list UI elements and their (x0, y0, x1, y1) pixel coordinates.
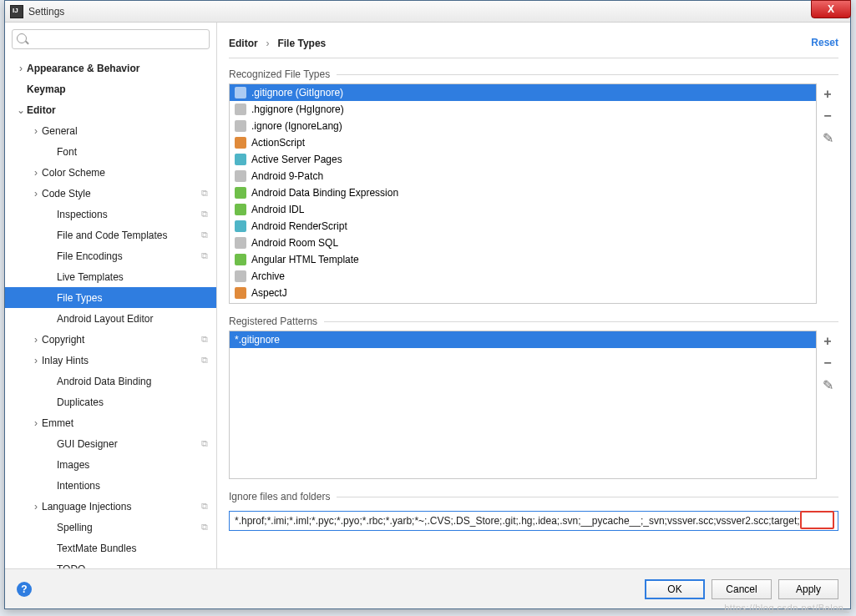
file-type-item[interactable]: ActionScript (230, 134, 816, 151)
close-button[interactable]: X (811, 0, 851, 18)
ok-button[interactable]: OK (645, 579, 705, 599)
add-file-type-button[interactable] (818, 85, 837, 104)
tree-label: Duplicates (57, 396, 104, 408)
tree-node[interactable]: ›General (5, 120, 216, 141)
tree-label: Language Injections (42, 501, 131, 512)
reset-link[interactable]: Reset (811, 37, 838, 48)
file-type-label: Archive (251, 270, 285, 282)
tree-label: Spelling (57, 522, 93, 533)
chevron-icon: › (32, 188, 40, 199)
file-type-icon (235, 137, 246, 149)
settings-tree[interactable]: ›Appearance & BehaviorKeymap⌄Editor›Gene… (5, 56, 216, 568)
tree-label: GUI Designer (57, 438, 118, 450)
tree-node[interactable]: ›Language Injections⧉ (5, 496, 216, 517)
file-type-icon (235, 154, 246, 165)
edit-pattern-button[interactable] (818, 376, 837, 394)
file-type-icon (235, 220, 246, 232)
file-type-item[interactable]: .gitignore (GitIgnore) (230, 84, 816, 101)
file-type-item[interactable]: .hgignore (HgIgnore) (230, 101, 816, 118)
file-type-icon (235, 270, 246, 282)
tree-label: Font (57, 146, 77, 158)
tree-node[interactable]: Inspections⧉ (5, 204, 216, 225)
chevron-icon: › (32, 417, 40, 429)
search-wrap (5, 23, 216, 56)
patterns-list[interactable]: *.gitignore (229, 331, 817, 479)
app-icon (10, 5, 23, 18)
tree-node[interactable]: ›Emmet (5, 412, 216, 433)
file-type-icon (235, 287, 246, 299)
tree-node[interactable]: Spelling⧉ (5, 517, 216, 538)
scope-icon: ⧉ (201, 209, 208, 220)
tree-label: Intentions (57, 480, 100, 492)
tree-label: Copyright (42, 334, 84, 346)
tree-node[interactable]: File and Code Templates⧉ (5, 225, 216, 245)
tree-node[interactable]: ›Color Scheme (5, 162, 216, 183)
help-button[interactable]: ? (17, 582, 32, 597)
tree-node[interactable]: ›Inlay Hints⧉ (5, 350, 216, 371)
cancel-button[interactable]: Cancel (712, 579, 772, 599)
file-type-item[interactable]: Android Data Binding Expression (230, 184, 816, 201)
file-type-label: Angular HTML Template (251, 254, 359, 265)
tree-label: Code Style (42, 188, 91, 199)
main-panel: Editor › File Types Reset Recognized Fil… (217, 23, 850, 568)
file-type-label: Android RenderScript (251, 220, 347, 232)
file-type-item[interactable]: .ignore (IgnoreLang) (230, 118, 816, 134)
pattern-label: *.gitignore (235, 334, 280, 346)
file-type-icon (235, 187, 246, 199)
button-bar: OK Cancel Apply (645, 579, 838, 599)
search-input[interactable] (12, 29, 210, 49)
file-types-row: .gitignore (GitIgnore).hgignore (HgIgnor… (229, 83, 838, 304)
file-type-label: Android 9-Patch (251, 170, 323, 182)
tree-label: Keymap (27, 83, 66, 95)
add-pattern-button[interactable] (818, 332, 837, 351)
file-type-item[interactable]: Archive (230, 268, 816, 285)
file-type-label: Android IDL (251, 204, 304, 215)
file-type-item[interactable]: Angular HTML Template (230, 251, 816, 268)
remove-file-type-button[interactable] (818, 107, 837, 125)
file-type-label: AspectJ (251, 287, 287, 299)
chevron-icon: › (32, 167, 40, 179)
file-type-item[interactable]: Android IDL (230, 201, 816, 218)
file-type-icon (235, 87, 246, 98)
file-type-item[interactable]: AspectJ (230, 285, 816, 301)
file-type-label: Android Data Binding Expression (251, 187, 398, 199)
pattern-item[interactable]: *.gitignore (230, 331, 816, 348)
tree-node[interactable]: Keymap (5, 78, 216, 99)
tree-node[interactable]: ›Copyright⧉ (5, 329, 216, 350)
file-type-icon (235, 237, 246, 249)
tree-label: Appearance & Behavior (27, 63, 139, 74)
tree-node[interactable]: GUI Designer⧉ (5, 433, 216, 454)
tree-node[interactable]: TODO (5, 558, 216, 568)
patterns-tools (817, 331, 838, 479)
file-type-item[interactable]: Android 9-Patch (230, 168, 816, 184)
tree-label: Images (57, 459, 89, 471)
ignore-files-input[interactable] (229, 511, 838, 531)
scope-icon: ⧉ (201, 250, 208, 261)
tree-node[interactable]: ›Appearance & Behavior (5, 58, 216, 78)
tree-node[interactable]: ⌄Editor (5, 99, 216, 120)
breadcrumb-row: Editor › File Types Reset (229, 31, 838, 54)
tree-node[interactable]: Intentions (5, 475, 216, 496)
file-type-item[interactable]: Active Server Pages (230, 151, 816, 168)
tree-label: File and Code Templates (57, 230, 168, 241)
ignore-wrap (229, 511, 838, 531)
tree-label: Color Scheme (42, 167, 105, 179)
tree-label: Inlay Hints (42, 355, 89, 366)
tree-node[interactable]: Font (5, 141, 216, 162)
tree-node[interactable]: File Encodings⧉ (5, 245, 216, 266)
tree-node[interactable]: File Types (5, 287, 216, 308)
tree-node[interactable]: Android Data Binding (5, 371, 216, 391)
tree-node[interactable]: TextMate Bundles (5, 538, 216, 558)
file-type-item[interactable]: Android Room SQL (230, 235, 816, 251)
tree-node[interactable]: Live Templates (5, 266, 216, 287)
file-type-item[interactable]: Android RenderScript (230, 218, 816, 235)
tree-node[interactable]: ›Code Style⧉ (5, 183, 216, 204)
tree-node[interactable]: Images (5, 454, 216, 475)
chevron-icon: › (32, 355, 40, 366)
file-types-list[interactable]: .gitignore (GitIgnore).hgignore (HgIgnor… (229, 83, 817, 304)
apply-button[interactable]: Apply (778, 579, 838, 599)
tree-node[interactable]: Duplicates (5, 391, 216, 412)
remove-pattern-button[interactable] (818, 354, 837, 372)
edit-file-type-button[interactable] (818, 129, 837, 147)
tree-node[interactable]: Android Layout Editor (5, 308, 216, 329)
